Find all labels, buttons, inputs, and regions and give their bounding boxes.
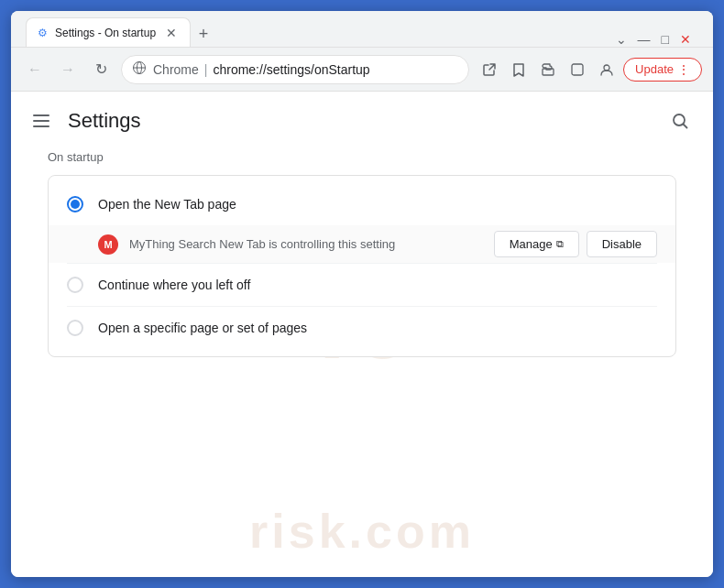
- extension-warning-row: M MyThing Search New Tab is controlling …: [49, 225, 675, 263]
- maximize-button[interactable]: □: [662, 32, 669, 47]
- tab-favicon: ⚙: [38, 27, 48, 39]
- extension-icon[interactable]: [535, 57, 561, 82]
- disable-button[interactable]: Disable: [587, 231, 657, 257]
- page-content: rc risk.com Settings On startup: [11, 92, 713, 577]
- profile-icon[interactable]: [594, 57, 620, 82]
- url-path: chrome://settings/onStartup: [213, 62, 369, 77]
- toolbar-icons: Update ⋮: [477, 57, 702, 82]
- menu-button[interactable]: [29, 111, 53, 131]
- extension-warning-text: MyThing Search New Tab is controlling th…: [129, 237, 483, 251]
- bookmark-icon[interactable]: [506, 57, 532, 82]
- svg-point-5: [604, 65, 609, 71]
- url-bar[interactable]: Chrome | chrome://settings/onStartup: [121, 55, 469, 84]
- svg-rect-4: [572, 64, 583, 75]
- url-chrome-label: Chrome: [153, 62, 199, 77]
- svg-line-7: [684, 125, 687, 128]
- update-button[interactable]: Update ⋮: [623, 58, 702, 82]
- tab-search-icon[interactable]: [565, 57, 590, 82]
- manage-button[interactable]: Manage ⧉: [494, 231, 579, 257]
- active-tab[interactable]: ⚙ Settings - On startup ✕: [26, 17, 191, 47]
- option-specific-radio[interactable]: [67, 320, 83, 336]
- site-icon: [133, 61, 146, 77]
- tab-collapse-icon[interactable]: ⌄: [616, 32, 627, 47]
- option-specific-label: Open a specific page or set of pages: [98, 321, 657, 335]
- settings-body: On startup Open the New Tab page M MyThi…: [11, 150, 713, 357]
- tab-close-button[interactable]: ✕: [164, 26, 179, 40]
- extension-warning-icon: M: [98, 234, 118, 255]
- option-new-tab-label: Open the New Tab page: [98, 197, 657, 212]
- close-window-button[interactable]: ✕: [680, 32, 691, 47]
- url-separator: |: [204, 62, 208, 77]
- tab-title: Settings - On startup: [55, 27, 156, 39]
- watermark-risk: risk.com: [249, 504, 475, 559]
- options-card: Open the New Tab page M MyThing Search N…: [48, 175, 676, 357]
- update-label: Update: [635, 62, 674, 76]
- title-bar: ⚙ Settings - On startup ✕ + ⌄ — □ ✕: [11, 11, 713, 48]
- option-specific-row[interactable]: Open a specific page or set of pages: [49, 307, 675, 349]
- address-bar: ← → ↻ Chrome | chrome://settings/onStart…: [11, 48, 713, 92]
- settings-header: Settings: [11, 92, 713, 150]
- url-text: Chrome | chrome://settings/onStartup: [153, 62, 370, 77]
- manage-external-icon: ⧉: [556, 238, 564, 250]
- manage-label: Manage: [510, 237, 553, 251]
- option-continue-label: Continue where you left off: [98, 278, 657, 292]
- option-continue-row[interactable]: Continue where you left off: [49, 264, 675, 306]
- browser-window: ⚙ Settings - On startup ✕ + ⌄ — □ ✕ ← → …: [11, 11, 713, 577]
- disable-label: Disable: [602, 237, 642, 251]
- reload-button[interactable]: ↻: [88, 57, 114, 82]
- section-label: On startup: [48, 150, 676, 164]
- option-new-tab-radio[interactable]: [67, 196, 83, 212]
- extension-action-buttons: Manage ⧉ Disable: [494, 231, 657, 257]
- option-continue-radio[interactable]: [67, 277, 83, 293]
- tab-bar: ⚙ Settings - On startup ✕ + ⌄ — □ ✕: [18, 11, 706, 47]
- search-button[interactable]: [665, 106, 695, 136]
- update-menu-icon: ⋮: [677, 62, 690, 77]
- tab-extra-controls: ⌄ — □ ✕: [616, 32, 698, 47]
- page-title: Settings: [68, 109, 141, 133]
- share-icon[interactable]: [477, 57, 502, 82]
- forward-button[interactable]: →: [55, 57, 81, 82]
- minimize-button[interactable]: —: [638, 32, 651, 47]
- new-tab-button[interactable]: +: [191, 21, 216, 47]
- option-new-tab-row[interactable]: Open the New Tab page: [49, 183, 675, 225]
- back-button[interactable]: ←: [22, 57, 48, 82]
